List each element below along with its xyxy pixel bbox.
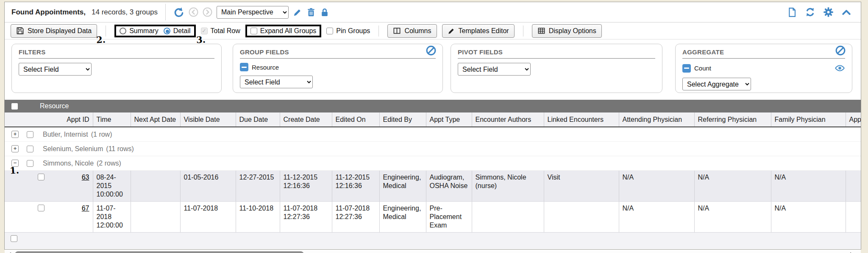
cell-next-apt-date xyxy=(131,171,180,202)
refresh-icon[interactable] xyxy=(805,7,815,17)
column-header-linked-encounters[interactable]: Linked Encounters xyxy=(544,112,619,127)
topbar-right-icons xyxy=(787,7,854,17)
new-file-icon[interactable] xyxy=(787,7,797,17)
group-label[interactable]: Simmons, Nicole xyxy=(43,159,94,168)
cell-edited-by: Engineering, Medical xyxy=(379,202,426,233)
pin-groups-checkbox[interactable]: Pin Groups xyxy=(326,27,370,35)
cell-due-date: 11-10-2018 xyxy=(236,202,280,233)
cell-edited-on: 11-12-2015 12:16:36 xyxy=(332,171,379,202)
cell-appt-reason xyxy=(846,202,861,233)
remove-aggregate-icon[interactable] xyxy=(682,64,691,73)
group-count: (2 rows) xyxy=(97,159,121,168)
cell-time: 11-07-2018 12:00:00 xyxy=(93,202,131,233)
group-label[interactable]: Butler, Internist xyxy=(43,130,88,139)
column-header-visible-date[interactable]: Visible Date xyxy=(180,112,236,127)
expand-all-groups-callout: Expand All Groups xyxy=(245,25,322,37)
undo-icon[interactable] xyxy=(173,7,184,18)
checkbox-column-header xyxy=(29,112,53,127)
group-header-label: Resource xyxy=(40,102,69,110)
scrollbar-thumb[interactable] xyxy=(15,251,304,253)
templates-editor-button[interactable]: Templates Editor xyxy=(442,24,515,38)
store-displayed-data-button[interactable]: Store Displayed Data xyxy=(11,24,97,38)
group-checkbox[interactable] xyxy=(27,160,33,167)
radio-unchecked-icon xyxy=(120,28,126,34)
group-fields-field-select[interactable]: Select Field xyxy=(240,76,313,88)
row-checkbox[interactable] xyxy=(38,205,45,211)
collapse-minus-icon[interactable]: − xyxy=(11,160,19,167)
column-header-encounter-authors[interactable]: Encounter Authors xyxy=(472,112,544,127)
checkbox-unchecked-icon xyxy=(250,28,257,34)
expander-column-header xyxy=(5,112,29,127)
history-forward-icon[interactable] xyxy=(203,7,212,17)
appt-id-link[interactable]: 63 xyxy=(82,174,89,181)
column-header-edited-by[interactable]: Edited By xyxy=(379,112,426,127)
columns-button[interactable]: Columns xyxy=(387,24,437,38)
row-checkbox[interactable] xyxy=(38,174,45,180)
column-header-appt-type[interactable]: Appt Type xyxy=(426,112,472,127)
column-header-edited-on[interactable]: Edited On xyxy=(332,112,379,127)
cell-encounter-authors xyxy=(472,202,544,233)
summary-radio[interactable]: Summary xyxy=(120,27,158,35)
edit-perspective-icon[interactable] xyxy=(293,8,302,17)
footer-checkbox[interactable] xyxy=(11,235,17,242)
column-header-appt-reason[interactable]: Appt Re xyxy=(846,112,861,127)
detail-label: Detail xyxy=(173,27,191,35)
detail-radio[interactable]: Detail xyxy=(164,27,191,35)
top-bar: Found Appointments, 14 records, 3 groups… xyxy=(5,2,861,22)
column-header-referring-physician[interactable]: Referring Physician xyxy=(694,112,771,127)
cell-linked-encounters xyxy=(544,202,619,233)
group-field-chip-label: Resource xyxy=(252,64,279,71)
column-header-appt-id[interactable]: Appt ID xyxy=(53,112,93,127)
aggregate-select[interactable]: Select Aggregate xyxy=(682,78,751,90)
pivot-fields-field-select[interactable]: Select Field xyxy=(458,63,531,76)
aggregate-chip-label: Count xyxy=(694,65,711,72)
checkbox-unchecked-icon xyxy=(326,28,333,34)
appt-id-link[interactable]: 67 xyxy=(82,205,89,212)
collapse-up-icon[interactable] xyxy=(841,7,851,17)
cell-family-physician: N/A xyxy=(771,171,846,202)
lock-icon[interactable] xyxy=(320,8,329,17)
group-header-bar: Resource xyxy=(5,100,861,112)
summary-label: Summary xyxy=(129,27,158,35)
group-checkbox[interactable] xyxy=(27,146,33,152)
column-header-next-apt-date[interactable]: Next Apt Date xyxy=(131,112,180,127)
expand-plus-icon[interactable]: + xyxy=(11,131,19,138)
cell-family-physician: N/A xyxy=(771,202,846,233)
footer-row xyxy=(5,233,861,249)
history-back-icon[interactable] xyxy=(189,7,198,17)
delete-perspective-icon[interactable] xyxy=(306,8,316,17)
select-all-checkbox[interactable] xyxy=(11,103,18,110)
checkbox-checked-icon: ✓ xyxy=(201,28,208,34)
column-header-time[interactable]: Time xyxy=(93,112,131,127)
circle-slash-icon[interactable] xyxy=(424,45,437,56)
group-checkbox[interactable] xyxy=(27,131,33,138)
eye-icon[interactable] xyxy=(835,63,845,73)
circle-slash-icon[interactable] xyxy=(833,45,846,56)
toolbar: Store Displayed Data Summary Detail ✓ To… xyxy=(5,22,861,39)
total-row-label: Total Row xyxy=(211,27,240,35)
column-header-create-date[interactable]: Create Date xyxy=(280,112,332,127)
total-row-checkbox[interactable]: ✓ Total Row xyxy=(201,27,240,35)
expand-all-groups-checkbox[interactable]: Expand All Groups xyxy=(250,27,317,35)
row-expander-cell xyxy=(5,202,29,233)
perspective-select[interactable]: Main Perspective xyxy=(217,6,289,19)
remove-group-field-icon[interactable] xyxy=(240,63,248,71)
cell-create-date: 11-07-2018 12:27:36 xyxy=(280,202,332,233)
radio-checked-icon xyxy=(164,28,170,34)
filters-panel: FILTERS Select Field xyxy=(11,44,222,93)
group-label[interactable]: Selenium, Selenium xyxy=(43,145,103,153)
display-options-button[interactable]: Display Options xyxy=(532,24,602,38)
gear-icon[interactable] xyxy=(823,7,834,17)
filters-field-select[interactable]: Select Field xyxy=(19,63,92,76)
cell-create-date: 11-12-2015 12:16:36 xyxy=(280,171,332,202)
divider xyxy=(523,25,523,37)
group-count: (1 row) xyxy=(91,130,112,139)
column-header-attending-physician[interactable]: Attending Physician xyxy=(619,112,694,127)
expand-plus-icon[interactable]: + xyxy=(11,145,19,152)
group-fields-title: GROUP FIELDS xyxy=(240,48,289,56)
results-grid: Resource Appt ID Time Next xyxy=(5,100,861,253)
cell-visible-date: 01-05-2016 xyxy=(180,171,236,202)
column-header-due-date[interactable]: Due Date xyxy=(236,112,280,127)
column-header-family-physician[interactable]: Family Physician xyxy=(771,112,846,127)
cell-linked-encounters: Visit xyxy=(544,171,619,202)
